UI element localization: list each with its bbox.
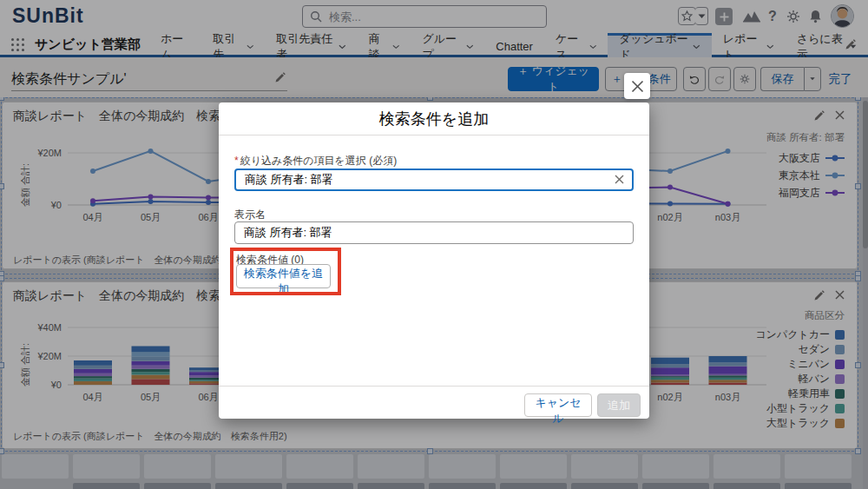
required-mark: * xyxy=(234,155,239,167)
modal-title: 検索条件を追加 xyxy=(219,102,649,135)
modal-close-button[interactable] xyxy=(624,73,650,99)
add-button[interactable]: 追加 xyxy=(597,393,641,417)
field-select-input[interactable]: 商談 所有者: 部署 xyxy=(234,169,634,191)
modal-footer: キャンセル 追加 xyxy=(219,386,649,419)
cancel-button[interactable]: キャンセル xyxy=(524,393,592,417)
display-name-input[interactable]: 商談 所有者: 部署 xyxy=(234,221,634,244)
add-filter-value-button[interactable]: 検索条件値を追加 xyxy=(236,264,331,288)
add-filter-modal: 検索条件を追加 *絞り込み条件の項目を選択 (必須) 商談 所有者: 部署 表示… xyxy=(219,102,649,419)
screen: SUnBit ? サンビット営業部 ホーム取引先取引先責任者商談グループChat… xyxy=(0,0,868,489)
display-name-label: 表示名 xyxy=(234,208,266,222)
clear-icon[interactable] xyxy=(615,175,624,184)
close-icon xyxy=(631,80,644,93)
field-select-label: *絞り込み条件の項目を選択 (必須) xyxy=(234,154,397,169)
